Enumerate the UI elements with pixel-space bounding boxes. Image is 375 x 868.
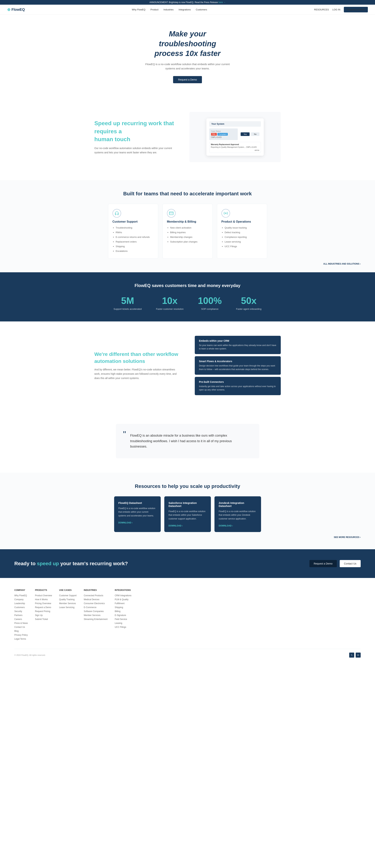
footer-link[interactable]: E-Signature xyxy=(115,614,131,617)
footer-link[interactable]: Request a Demo xyxy=(35,606,52,609)
stat-10x-number: 10x xyxy=(156,295,184,306)
testimonial-section: " FlowEQ is an absolute miracle for a bu… xyxy=(0,409,375,473)
nav-links: Why FlowEQ Product Industries Integratio… xyxy=(132,8,207,11)
stat-5m: 5M Support tickets accelerated xyxy=(113,295,142,311)
footer-link[interactable]: Partners xyxy=(14,614,28,617)
footer-link[interactable]: Customers xyxy=(14,606,28,609)
speed-section: Speed up recurring work that requires a … xyxy=(0,94,375,180)
svg-rect-0 xyxy=(169,212,173,215)
card-customer-support-title: Customer Support xyxy=(112,220,154,223)
footer-link[interactable]: Product Overview xyxy=(35,594,52,597)
nav-product[interactable]: Product xyxy=(150,8,159,11)
stats-grid: 5M Support tickets accelerated 10x Faste… xyxy=(7,295,368,311)
resource-card-floweq-download[interactable]: DOWNLOAD › xyxy=(118,522,133,524)
stat-50x: 50x Faster agent onboarding xyxy=(236,295,262,311)
footer-link[interactable]: Careers xyxy=(14,618,28,620)
stat-100-label: SOP compliance xyxy=(198,307,222,311)
nav-why-floweq[interactable]: Why FlowEQ xyxy=(132,8,145,11)
footer-link[interactable]: UCC Filings xyxy=(115,626,131,628)
list-item: Troubleshooting xyxy=(116,225,154,230)
footer-link[interactable]: Fulfillment xyxy=(115,602,131,605)
cta-request-demo-button[interactable]: Request a Demo xyxy=(309,560,337,567)
list-item: Shipping xyxy=(116,244,154,249)
footer-link[interactable]: Software Companies xyxy=(84,610,107,613)
list-item: Lease servicing xyxy=(225,240,263,244)
footer-link[interactable]: Streaming Entertainment xyxy=(84,618,107,620)
logo[interactable]: ⊕ FlowEQ xyxy=(7,7,25,12)
footer-link[interactable]: Medical Devices xyxy=(84,598,107,601)
footer-link[interactable]: Lease Servicing xyxy=(59,606,76,609)
footer-link[interactable]: Member Services xyxy=(59,602,76,605)
mock-case-id: CMPL-61429 xyxy=(211,136,236,138)
list-item: Defect tracking xyxy=(225,230,263,235)
footer-link[interactable]: Leadership xyxy=(14,602,28,605)
card-product-title: Product & Operations xyxy=(221,220,263,223)
all-industries-link[interactable]: ALL INDUSTRIES AND SOLUTIONS › xyxy=(323,262,361,265)
nav-customers[interactable]: Customers xyxy=(196,8,207,11)
footer-col-products: PRODUCTS Product Overview How It Works P… xyxy=(35,589,52,642)
resource-card-salesforce-download[interactable]: DOWNLOAD › xyxy=(169,525,183,527)
logo-text: FlowEQ xyxy=(11,7,25,12)
nav-login[interactable]: LOG IN xyxy=(332,8,340,11)
mock-approve-panel: Warranty Replacement Approved Reporting … xyxy=(209,142,261,153)
footer-link[interactable]: Leasing xyxy=(115,622,131,624)
footer-col-use-cases-heading: USE CASES xyxy=(59,589,76,591)
different-description: And by different, we mean better. FlowEQ… xyxy=(94,368,180,380)
see-more-link[interactable]: SEE MORE RESOURCES › xyxy=(334,536,361,538)
footer-col-integrations: INTEGRATIONS CRM Integrations PLM & Qual… xyxy=(115,589,131,642)
footer-link[interactable]: Company xyxy=(14,598,28,601)
list-item: Compliance reporting xyxy=(225,235,263,240)
footer-link[interactable]: Field Service xyxy=(115,618,131,620)
card-membership-title: Membership & Billing xyxy=(167,220,208,223)
cta-contact-us-button[interactable]: Contact Us xyxy=(340,560,361,567)
footer-link[interactable]: Privacy Policy xyxy=(14,634,28,636)
list-item: Replacement orders xyxy=(116,240,154,244)
footer-link[interactable]: Member Services xyxy=(84,614,107,617)
mock-complaint-badge: Complaint xyxy=(217,133,228,135)
nav-industries[interactable]: Industries xyxy=(163,8,173,11)
twitter-icon[interactable]: 𝕏 xyxy=(349,653,354,658)
resources-section: Resources to help you scale up productiv… xyxy=(0,473,375,549)
footer-link[interactable]: Press & News xyxy=(14,622,28,624)
nav-integrations[interactable]: Integrations xyxy=(179,8,191,11)
footer-link[interactable]: Shipping xyxy=(115,606,131,609)
hero-cta-button[interactable]: Request a Demo xyxy=(173,76,202,83)
resource-card-zendesk-download[interactable]: DOWNLOAD › xyxy=(219,525,233,527)
announcement-link[interactable]: here → xyxy=(218,1,226,4)
mock-yes-button[interactable]: Yes xyxy=(241,132,249,136)
list-item: Escalations xyxy=(116,249,154,253)
feature-crm-title: Embeds within your CRM xyxy=(199,339,276,342)
mock-no-button[interactable]: No xyxy=(251,132,259,136)
footer-link[interactable]: Sign Up xyxy=(35,614,52,617)
linkedin-icon[interactable]: in xyxy=(356,653,361,658)
footer-link[interactable]: Consumer Electronics xyxy=(84,602,107,605)
feature-flows: Smart Flows & Accelerators Design decisi… xyxy=(195,356,281,375)
footer-link[interactable]: Contact Us xyxy=(14,626,28,628)
footer-link[interactable]: Why FlowEQ xyxy=(14,594,28,597)
footer-link[interactable]: How It Works xyxy=(35,598,52,601)
footer-link[interactable]: PLM & Quality xyxy=(115,598,131,601)
footer-link[interactable]: Customer Support xyxy=(59,594,76,597)
footer-link[interactable]: Legal Terms xyxy=(14,638,28,640)
nav-request-demo-button[interactable]: Request a Demo xyxy=(344,7,368,12)
footer-link[interactable]: E-Commerce xyxy=(84,606,107,609)
hero-description: FlowEQ is a no-code workflow solution th… xyxy=(143,62,232,71)
footer-link[interactable]: Pricing Overview xyxy=(35,602,52,605)
cta-buttons: Request a Demo Contact Us xyxy=(309,560,361,567)
resource-card-zendesk-desc: FlowEQ is a no-code workflow solution th… xyxy=(219,509,257,521)
hero-section: Make your troubleshooting process 10x fa… xyxy=(0,15,375,94)
footer-link[interactable]: Security xyxy=(14,610,28,613)
footer-link[interactable]: CRM Integrations xyxy=(115,594,131,597)
footer-link[interactable]: Quality Tracking xyxy=(59,598,76,601)
different-section: We're different than other workflow auto… xyxy=(80,321,295,409)
footer-link[interactable]: Billing xyxy=(115,610,131,613)
see-more-container: SEE MORE RESOURCES › xyxy=(14,536,361,538)
feature-connectors-desc: Instantly get data and take action acros… xyxy=(199,385,276,392)
mock-your-system: Your System xyxy=(209,121,261,127)
footer-link[interactable]: Request Pricing xyxy=(35,610,52,613)
feature-crm: Embeds within your CRM So your teams can… xyxy=(195,336,281,354)
footer-link[interactable]: Connected Products xyxy=(84,594,107,597)
nav-resources[interactable]: RESOURCES xyxy=(314,8,329,11)
footer-link[interactable]: Blog xyxy=(14,630,28,632)
footer-link[interactable]: Submit Ticket xyxy=(35,618,52,620)
